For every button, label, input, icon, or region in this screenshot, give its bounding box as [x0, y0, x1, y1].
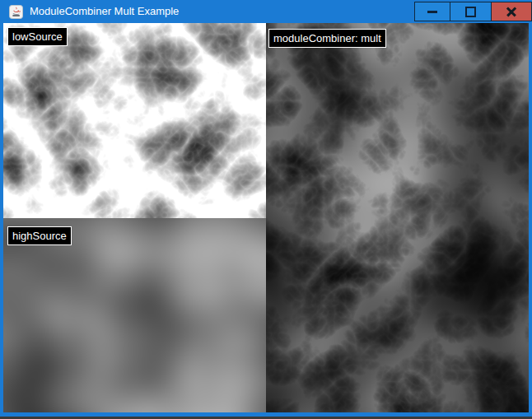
high-source-noise-canvas: [3, 218, 266, 412]
minimize-button[interactable]: [414, 2, 450, 21]
low-source-noise-canvas: [3, 23, 266, 218]
mult-result-noise-canvas: [266, 23, 529, 412]
maximize-square-icon: [465, 7, 476, 17]
minimize-dash-icon: [427, 11, 437, 13]
titlebar[interactable]: ModuleCombiner Mult Example: [0, 0, 532, 23]
high-source-label: highSource: [7, 226, 72, 245]
close-button[interactable]: [492, 2, 532, 21]
window-title: ModuleCombiner Mult Example: [30, 0, 179, 23]
java-coffee-cup-icon: [9, 5, 23, 19]
close-x-icon: [506, 6, 517, 17]
mult-result-label: moduleCombiner: mult: [268, 29, 386, 48]
low-source-label: lowSource: [7, 27, 68, 46]
window-controls: [414, 2, 532, 21]
app-window: ModuleCombiner Mult Example lowSource hi…: [0, 0, 532, 417]
maximize-button[interactable]: [450, 2, 492, 21]
content-area: lowSource highSource moduleCombiner: mul…: [3, 23, 529, 412]
